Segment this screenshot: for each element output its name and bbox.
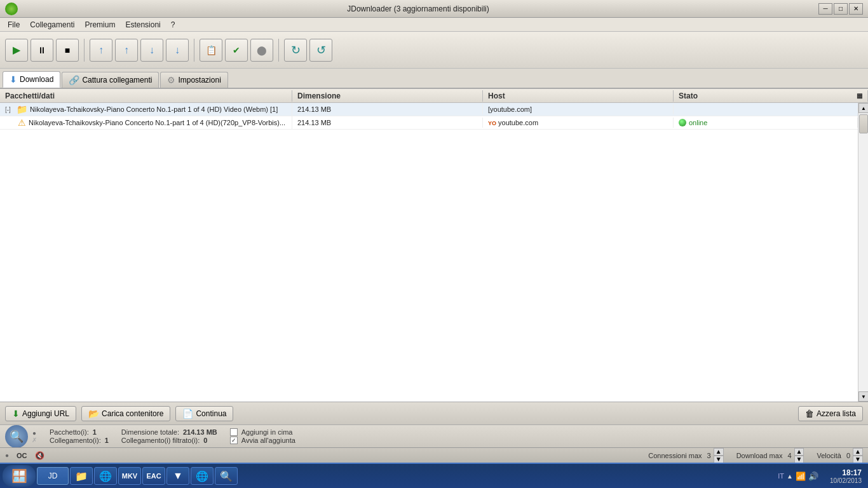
taskbar-item-app2[interactable]: 🌐 — [191, 467, 214, 485]
scroll-down-button[interactable]: ▼ — [858, 391, 868, 402]
move-up-button[interactable]: ↑ — [115, 39, 138, 62]
systray-area: IT ▲ 📶 🔊 18:17 10/02/2013 — [774, 468, 865, 484]
move-up-top-button[interactable]: ↑ — [90, 39, 112, 62]
taskbar-item-explorer[interactable]: 📁 — [70, 467, 93, 485]
download-up[interactable]: ▲ — [794, 448, 804, 456]
continua-icon: 📄 — [182, 409, 193, 419]
pause-button[interactable]: ⏸ — [31, 39, 53, 62]
new-package-button[interactable]: 📋 — [200, 39, 222, 62]
menu-file[interactable]: File — [3, 19, 25, 30]
app1-icon: ▼ — [173, 470, 183, 482]
filtrato-label: Collegamento(i) filtrato(i): — [121, 437, 200, 444]
reconnect-button[interactable]: ↺ — [309, 39, 332, 62]
tab-impostazioni[interactable]: ⚙ Impostazioni — [160, 72, 227, 88]
expand-button[interactable]: [-] — [5, 106, 14, 113]
taskbar-item-app3[interactable]: 🔍 — [215, 467, 238, 485]
close-button[interactable]: ✕ — [849, 3, 863, 15]
table-row[interactable]: [-] 📁 Nikolayeva-Tchaikovsky-Piano Conce… — [0, 103, 858, 116]
table-body-container: [-] 📁 Nikolayeva-Tchaikovsky-Piano Conce… — [0, 103, 868, 402]
filtrato-value: 0 — [203, 437, 207, 444]
online-status: online — [679, 119, 852, 126]
table-settings-icon[interactable]: ▦ — [857, 92, 862, 99]
tab-cattura[interactable]: 🔗 Cattura collegamenti — [62, 72, 159, 88]
velocita-down[interactable]: ▼ — [853, 456, 863, 463]
taskbar-item-ie[interactable]: 🌐 — [94, 467, 117, 485]
maximize-button[interactable]: □ — [834, 3, 848, 15]
menu-help[interactable]: ? — [166, 19, 180, 30]
impostazioni-tab-icon: ⚙ — [167, 75, 175, 85]
app3-icon: 🔍 — [220, 470, 233, 482]
download-spinner: ▲ ▼ — [794, 448, 804, 463]
file-host-name: youtube.com — [498, 119, 538, 126]
app2-icon: 🌐 — [196, 470, 208, 482]
connessioni-down[interactable]: ▼ — [714, 456, 724, 463]
toolbar: ▶ ⏸ ■ ↑ ↑ ↓ ↓ 📋 ✔ ⬤ ↻ ↺ — [0, 32, 868, 69]
continua-button[interactable]: 📄 Continua — [175, 406, 233, 421]
download-value: 4 — [787, 452, 791, 459]
col-header-host: Host — [483, 90, 674, 102]
menu-button[interactable]: ⬤ — [250, 39, 273, 62]
tab-download[interactable]: ⬇ Download — [3, 71, 60, 88]
scroll-up-button[interactable]: ▲ — [858, 103, 868, 113]
download-tab-icon: ⬇ — [10, 74, 17, 85]
systray-volume-icon: 🔊 — [808, 471, 818, 481]
aggiungi-cima-checkbox[interactable] — [230, 428, 238, 436]
cattura-tab-icon: 🔗 — [69, 75, 79, 85]
status-icon-group: 🔍 ● ✗ — [5, 425, 37, 448]
refresh-button[interactable]: ↻ — [284, 39, 307, 62]
menu-premium[interactable]: Premium — [79, 19, 120, 30]
connessioni-control: Connessioni max 3 ▲ ▼ — [648, 448, 723, 463]
aggiungi-url-button[interactable]: ⬇ Aggiungi URL — [5, 406, 76, 421]
dimensione-group: Dimensione totale: 214.13 MB Collegament… — [121, 428, 217, 444]
move-down-bottom-button[interactable]: ↓ — [166, 39, 189, 62]
menu-collegamenti[interactable]: Collegamenti — [25, 19, 79, 30]
carica-icon: 📂 — [88, 409, 99, 419]
tab-impostazioni-label: Impostazioni — [178, 76, 220, 85]
download-down[interactable]: ▼ — [794, 456, 804, 463]
systray-arrow-icon[interactable]: ▲ — [787, 473, 793, 480]
col-header-size: Dimensione — [292, 90, 483, 102]
file-host: YO youtube.com — [483, 118, 674, 128]
tab-cattura-label: Cattura collegamenti — [82, 76, 152, 85]
systray-icons: IT ▲ 📶 🔊 — [774, 471, 822, 481]
velocita-up[interactable]: ▲ — [853, 448, 863, 456]
stop-button[interactable]: ■ — [56, 39, 79, 62]
connessioni-spinner: ▲ ▼ — [714, 448, 724, 463]
menu-estensioni[interactable]: Estensioni — [120, 19, 165, 30]
azzera-label: Azzera lista — [817, 409, 856, 418]
clock-date: 10/02/2013 — [830, 477, 862, 484]
menubar: File Collegamenti Premium Estensioni ? — [0, 18, 868, 32]
velocita-value: 0 — [846, 452, 850, 459]
avvia-aggiunta-checkbox[interactable] — [230, 437, 238, 444]
collegamento-value: 1 — [105, 437, 109, 444]
taskbar-item-app1[interactable]: ▼ — [166, 467, 189, 485]
pacchetto-group: Pacchetto(i): 1 Collegamento(i): 1 — [50, 428, 109, 444]
velocita-control: Velocità 0 ▲ ▼ — [817, 448, 863, 463]
aggiungi-url-icon: ⬇ — [12, 409, 20, 419]
clock: 18:17 10/02/2013 — [826, 468, 865, 484]
carica-contenitore-button[interactable]: 📂 Carica contenitore — [81, 406, 170, 421]
dimensione-label: Dimensione totale: — [121, 428, 179, 436]
silent-icon: 🔇 — [35, 451, 44, 460]
systray-network-icon: 📶 — [796, 471, 806, 481]
scroll-thumb[interactable] — [859, 114, 868, 133]
taskbar-item-mkv[interactable]: MKV — [118, 467, 141, 485]
table-body: [-] 📁 Nikolayeva-Tchaikovsky-Piano Conce… — [0, 103, 858, 402]
table-row[interactable]: ⚠ Nikolayeva-Tchaikovsky-Piano Concerto … — [0, 116, 858, 130]
minimize-button[interactable]: ─ — [818, 3, 832, 15]
taskbar-item-eac[interactable]: EAC — [142, 467, 165, 485]
vertical-scrollbar[interactable]: ▲ ▼ — [858, 103, 868, 402]
dimensione-value: 214.13 MB — [183, 428, 217, 436]
checkboxes-group: Aggiungi in cima Avvia all'aggiunta — [230, 428, 295, 444]
start-button[interactable]: 🪟 — [3, 465, 36, 487]
azzera-lista-button[interactable]: 🗑 Azzera lista — [798, 406, 863, 421]
download-control: Download max 4 ▲ ▼ — [736, 448, 804, 463]
check-button[interactable]: ✔ — [225, 39, 248, 62]
taskbar-item-jdownloader[interactable]: JD — [37, 467, 69, 485]
app-logo — [5, 3, 18, 15]
move-down-button[interactable]: ↓ — [140, 39, 163, 62]
play-button[interactable]: ▶ — [5, 39, 28, 62]
clock-time: 18:17 — [830, 468, 862, 477]
connessioni-up[interactable]: ▲ — [714, 448, 724, 456]
windows-logo-icon: 🪟 — [11, 468, 27, 484]
